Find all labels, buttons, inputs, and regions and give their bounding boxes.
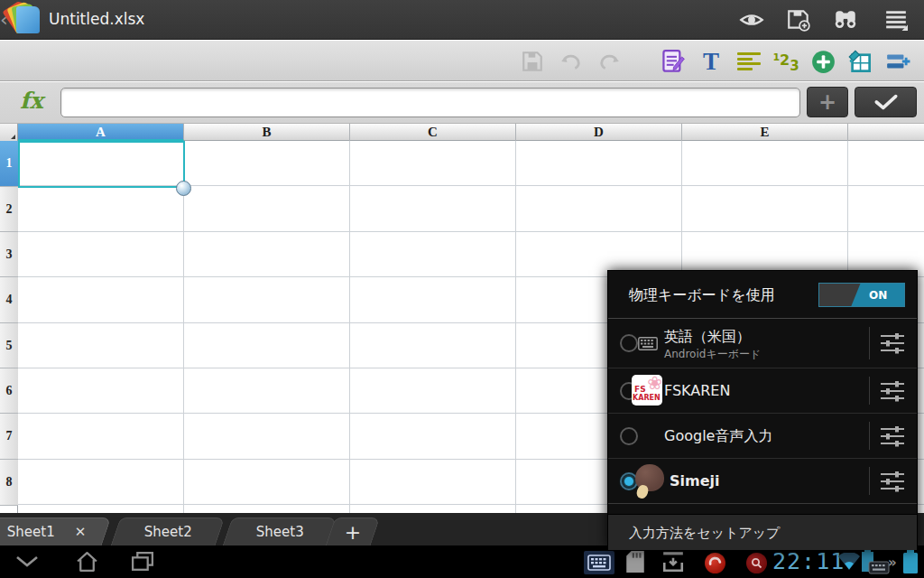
select-all-corner[interactable] bbox=[0, 124, 18, 141]
edit-clipboard-icon[interactable] bbox=[657, 48, 688, 75]
column-header-a[interactable]: A bbox=[18, 124, 184, 141]
radio-google-voice[interactable] bbox=[620, 427, 638, 445]
column-header-c[interactable]: C bbox=[350, 124, 516, 141]
system-nav-bar: 22:11 » bbox=[0, 545, 924, 578]
overflow-chevrons[interactable]: » bbox=[888, 555, 895, 571]
input-method-indicator-icon[interactable] bbox=[584, 551, 614, 574]
number-format-icon[interactable]: 123 bbox=[771, 48, 801, 75]
setup-input-methods-item[interactable]: 入力方法をセットアップ bbox=[608, 514, 917, 550]
ime-item-fskaren[interactable]: ❀ FS KAREN FSKAREN bbox=[608, 368, 917, 414]
row-header-4[interactable]: 4 bbox=[0, 277, 18, 323]
insert-rows-icon[interactable] bbox=[882, 48, 913, 75]
app-screen: ‹ Untitled.xlsx bbox=[0, 0, 924, 578]
tab-sheet1-label: Sheet1 bbox=[7, 524, 55, 540]
menu-icon[interactable] bbox=[881, 6, 911, 33]
font-format-icon[interactable]: T bbox=[696, 48, 726, 75]
physical-keyboard-label: 物理キーボードを使用 bbox=[629, 286, 775, 305]
check-icon bbox=[873, 92, 900, 112]
undo-icon-disabled bbox=[556, 48, 587, 75]
logo-page-blue bbox=[16, 6, 40, 33]
setup-input-methods-label: 入力方法をセットアップ bbox=[629, 525, 780, 542]
recent-apps-icon[interactable] bbox=[128, 549, 157, 574]
divider bbox=[869, 422, 870, 450]
security-swirl-app-icon[interactable] bbox=[705, 553, 725, 573]
row-header-3[interactable]: 3 bbox=[0, 232, 18, 277]
ime-item-english[interactable]: 英語（米国） Androidキーボード bbox=[608, 319, 917, 368]
save-as-icon[interactable] bbox=[783, 6, 814, 33]
hide-keyboard-chevron-icon[interactable] bbox=[13, 549, 42, 574]
divider bbox=[869, 327, 870, 359]
row-headers: 1 2 3 4 5 6 7 8 bbox=[0, 141, 18, 513]
keyboard-icon bbox=[638, 337, 658, 350]
battery-icon bbox=[899, 549, 922, 574]
alignment-icon[interactable] bbox=[734, 48, 764, 75]
tab-sheet2-label: Sheet2 bbox=[143, 524, 191, 540]
tab-sheet1[interactable]: Sheet1 ✕ bbox=[0, 517, 111, 545]
formula-plus-button[interactable]: + bbox=[807, 87, 848, 117]
physical-keyboard-toggle[interactable]: ON bbox=[818, 283, 905, 307]
sd-card-icon[interactable] bbox=[621, 549, 650, 574]
simeji-app-icon bbox=[632, 463, 666, 498]
row-header-2[interactable]: 2 bbox=[0, 187, 18, 232]
tab-sheet2[interactable]: Sheet2 bbox=[111, 517, 226, 545]
toggle-on-label: ON bbox=[855, 283, 905, 307]
column-headers: A B C D E bbox=[0, 124, 924, 141]
ime-item-google-voice[interactable]: Google音声入力 bbox=[608, 414, 917, 459]
input-method-popup: 物理キーボードを使用 ON 英語（米国） Androidキーボード ❀ FS K… bbox=[607, 270, 918, 549]
row-header-6[interactable]: 6 bbox=[0, 368, 18, 414]
settings-sliders-icon[interactable] bbox=[879, 331, 906, 355]
divider bbox=[869, 377, 870, 405]
popup-header: 物理キーボードを使用 ON bbox=[608, 271, 917, 319]
find-binoculars-icon[interactable] bbox=[830, 6, 861, 33]
add-sheet-icon: + bbox=[345, 521, 361, 544]
edit-toolbar: T 123 bbox=[0, 41, 924, 81]
formula-confirm-button[interactable] bbox=[855, 87, 917, 117]
tab-sheet3[interactable]: Sheet3 bbox=[223, 517, 337, 545]
column-header-e[interactable]: E bbox=[682, 124, 848, 141]
ime-fskaren-label: FSKAREN bbox=[664, 382, 730, 399]
fskaren-app-icon: ❀ FS KAREN bbox=[632, 375, 662, 406]
fx-label: fx bbox=[20, 88, 43, 114]
divider bbox=[869, 467, 870, 495]
view-eye-icon[interactable] bbox=[736, 6, 767, 33]
add-sheet-button[interactable]: + bbox=[326, 517, 381, 545]
column-header-d[interactable]: D bbox=[516, 124, 682, 141]
title-bar: ‹ Untitled.xlsx bbox=[0, 0, 924, 40]
column-header-b[interactable]: B bbox=[184, 124, 350, 141]
search-app-icon[interactable] bbox=[746, 553, 767, 573]
cell-format-icon[interactable] bbox=[845, 48, 875, 75]
column-header-partial[interactable] bbox=[848, 124, 924, 141]
insert-icon[interactable] bbox=[808, 48, 838, 75]
tab-sheet3-label: Sheet3 bbox=[255, 524, 303, 540]
ime-item-simeji[interactable]: Simeji bbox=[608, 459, 917, 504]
cell-selection-a1[interactable] bbox=[18, 141, 185, 188]
save-icon-disabled bbox=[517, 48, 548, 75]
row-header-8[interactable]: 8 bbox=[0, 460, 18, 506]
row-header-5[interactable]: 5 bbox=[0, 323, 18, 368]
home-icon[interactable] bbox=[72, 549, 101, 574]
settings-sliders-icon[interactable] bbox=[879, 424, 906, 448]
document-title: Untitled.xlsx bbox=[49, 10, 144, 28]
ime-english-label: 英語（米国） bbox=[664, 328, 751, 347]
download-tray-icon[interactable] bbox=[659, 549, 688, 574]
ime-google-voice-label: Google音声入力 bbox=[664, 427, 772, 446]
row-header-1[interactable]: 1 bbox=[0, 141, 18, 187]
settings-sliders-icon[interactable] bbox=[879, 379, 906, 403]
redo-icon-disabled bbox=[594, 48, 624, 75]
close-sheet-icon[interactable]: ✕ bbox=[75, 524, 87, 540]
formula-input[interactable] bbox=[60, 88, 800, 117]
ime-simeji-label: Simeji bbox=[670, 472, 720, 489]
selection-drag-handle[interactable] bbox=[176, 181, 191, 196]
row-header-7[interactable]: 7 bbox=[0, 414, 18, 460]
settings-sliders-icon[interactable] bbox=[879, 470, 906, 493]
office-app-logo[interactable] bbox=[9, 4, 43, 36]
clock[interactable]: 22:11 bbox=[772, 548, 843, 574]
keyboard-battery-icon bbox=[855, 549, 892, 574]
formula-bar: fx + bbox=[0, 82, 924, 124]
radio-english[interactable] bbox=[620, 334, 638, 352]
ime-english-sublabel: Androidキーボード bbox=[664, 347, 761, 362]
